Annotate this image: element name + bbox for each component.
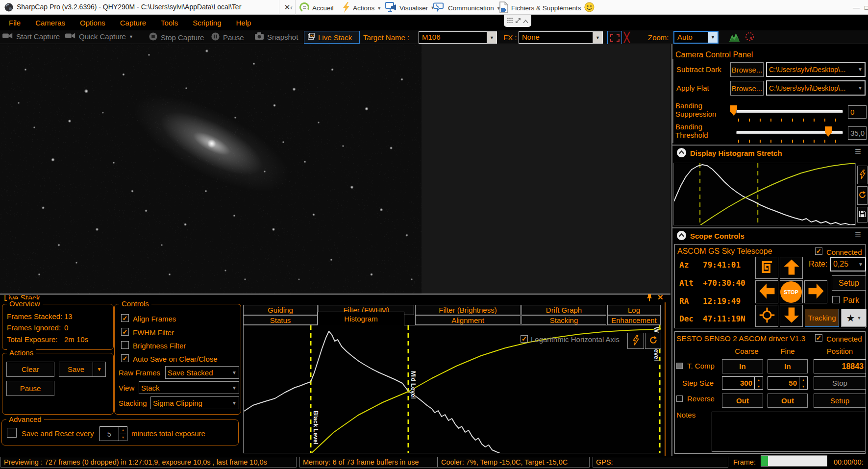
- tab-log[interactable]: Log: [607, 305, 661, 315]
- titlebar-close-button[interactable]: ✕: [279, 0, 296, 15]
- slew-down-button[interactable]: [780, 305, 803, 327]
- tab-alignment[interactable]: Alignment: [415, 315, 521, 325]
- fwhm-filter-checkbox[interactable]: [121, 328, 129, 336]
- quick-capture-button[interactable]: Quick Capture ▼: [65, 32, 133, 41]
- log-axis-checkbox[interactable]: [521, 335, 528, 343]
- focuser-setup-button[interactable]: Setup: [814, 394, 866, 408]
- spinner-down-icon[interactable]: ▼: [755, 383, 763, 389]
- auto-save-checkbox[interactable]: [121, 354, 129, 362]
- save-button[interactable]: Save: [59, 362, 93, 377]
- banding-suppression-value[interactable]: 0: [848, 105, 867, 119]
- spinner-down-icon[interactable]: ▼: [799, 383, 807, 389]
- tv-item-view[interactable]: Visualiser ▼: [385, 2, 435, 14]
- histogram-mountain-icon[interactable]: [729, 32, 740, 44]
- tv-back-icon[interactable]: ‹: [290, 3, 293, 11]
- slew-right-button[interactable]: [804, 280, 827, 303]
- menu-hamburger-icon[interactable]: ≡: [855, 147, 861, 156]
- reverse-checkbox[interactable]: [676, 395, 683, 402]
- coarse-in-button[interactable]: In: [722, 359, 763, 373]
- selection-area-button[interactable]: [607, 31, 622, 45]
- save-stretch-button[interactable]: [857, 207, 868, 222]
- fine-out-button[interactable]: Out: [768, 394, 808, 408]
- menu-cameras[interactable]: Cameras: [35, 19, 65, 27]
- smiley-icon[interactable]: [584, 2, 595, 14]
- tv-item-communication[interactable]: Communication ▼: [433, 2, 501, 14]
- tv-item-home[interactable]: Accueil: [299, 2, 334, 14]
- start-capture-button[interactable]: Start Capture: [2, 32, 60, 41]
- slew-up-button[interactable]: [780, 257, 803, 279]
- banding-threshold-value[interactable]: 35,0: [848, 126, 867, 140]
- collapse-section-icon[interactable]: [676, 230, 687, 243]
- save-reset-checkbox[interactable]: [7, 428, 17, 438]
- coarse-out-button[interactable]: Out: [722, 394, 763, 408]
- fx-combo[interactable]: None ▼: [519, 31, 603, 44]
- menu-file[interactable]: File: [9, 19, 21, 27]
- fine-step-spinner[interactable]: 50 ▲▼: [768, 376, 808, 390]
- tab-filter-brightness[interactable]: Filter (Brightness): [415, 305, 521, 315]
- spinner-up-icon[interactable]: ▲: [119, 427, 127, 434]
- save-dropdown-button[interactable]: ▼: [93, 362, 106, 377]
- clear-button[interactable]: Clear: [6, 362, 54, 377]
- notes-textarea[interactable]: [712, 412, 866, 452]
- collapse-section-icon[interactable]: [676, 148, 687, 160]
- histogram-reset-button[interactable]: [645, 333, 661, 349]
- focuser-stop-button[interactable]: Stop: [814, 376, 866, 390]
- tab-guiding[interactable]: Guiding: [243, 305, 318, 315]
- black-level-label[interactable]: Black Level: [312, 411, 319, 444]
- histogram-auto-stretch-button[interactable]: [627, 333, 644, 349]
- menu-capture[interactable]: Capture: [120, 19, 146, 27]
- goto-star-dropdown[interactable]: ★ ▼: [841, 309, 867, 327]
- tv-item-files[interactable]: Fichiers & Suppléments ▼: [499, 1, 588, 15]
- scope-setup-button[interactable]: Setup: [832, 275, 866, 291]
- spinner-down-icon[interactable]: ▼: [119, 434, 127, 441]
- target-name-combo[interactable]: M106 ▼: [419, 31, 497, 44]
- park-checkbox[interactable]: [832, 296, 840, 303]
- focuser-connected-checkbox[interactable]: [815, 334, 822, 342]
- tab-stacking[interactable]: Stacking: [521, 315, 606, 325]
- mid-level-label[interactable]: Mid Level: [410, 371, 417, 399]
- tv-grip-handle[interactable]: [504, 15, 531, 27]
- pause-button[interactable]: Pause: [211, 32, 244, 43]
- stacking-combo[interactable]: Sigma Clipping▼: [150, 396, 239, 409]
- tab-drift-graph[interactable]: Drift Graph: [521, 305, 606, 315]
- rate-combo[interactable]: 0,25▼: [830, 257, 866, 272]
- brightness-filter-checkbox[interactable]: [121, 341, 129, 349]
- live-stack-button[interactable]: Live Stack: [304, 31, 360, 44]
- zoom-combo[interactable]: Auto ▼: [673, 31, 719, 44]
- spinner-up-icon[interactable]: ▲: [799, 377, 807, 383]
- live-image-canvas[interactable]: [0, 44, 422, 294]
- align-frames-checkbox[interactable]: [121, 314, 129, 322]
- stop-capture-button[interactable]: Stop Capture: [149, 32, 204, 43]
- subtract-dark-path-combo[interactable]: C:\Users\sylvi\Desktop\...▼: [766, 62, 866, 77]
- banding-suppression-slider[interactable]: [736, 110, 843, 113]
- raw-frames-combo[interactable]: Save Stacked▼: [165, 366, 239, 379]
- menu-help[interactable]: Help: [236, 19, 251, 27]
- slew-left-button[interactable]: [755, 280, 778, 303]
- maximize-button[interactable]: □: [862, 2, 868, 13]
- menu-hamburger-icon[interactable]: ≡: [855, 229, 861, 239]
- tv-item-actions[interactable]: Actions ▼: [343, 2, 381, 14]
- menu-tools[interactable]: Tools: [161, 19, 178, 27]
- tab-status[interactable]: Status: [243, 315, 318, 325]
- view-combo[interactable]: Stack▼: [139, 381, 239, 394]
- display-stretch-chart[interactable]: [673, 163, 856, 225]
- pause-stack-button[interactable]: Pause: [6, 381, 54, 396]
- minutes-spinner[interactable]: 5 ▲▼: [99, 426, 127, 441]
- menu-scripting[interactable]: Scripting: [193, 19, 221, 27]
- snapshot-button[interactable]: Snapshot: [254, 32, 298, 42]
- zoom-reticle-icon[interactable]: [744, 31, 756, 45]
- chevron-down-icon[interactable]: ▼: [708, 32, 718, 43]
- apply-flat-browse-button[interactable]: Browse...: [730, 81, 764, 96]
- minimize-button[interactable]: —: [851, 2, 861, 13]
- scope-connected-checkbox[interactable]: [815, 247, 822, 255]
- live-stack-histogram-chart[interactable]: [243, 325, 661, 453]
- slew-spiral-button[interactable]: [755, 257, 778, 279]
- tab-enhancement[interactable]: Enhancement: [607, 315, 661, 325]
- auto-stretch-button[interactable]: [857, 166, 868, 184]
- slew-target-button[interactable]: [755, 305, 778, 327]
- subtract-dark-browse-button[interactable]: Browse...: [730, 62, 764, 77]
- coarse-step-spinner[interactable]: 300 ▲▼: [722, 376, 763, 390]
- tab-histogram[interactable]: Histogram: [318, 312, 404, 325]
- fine-in-button[interactable]: In: [768, 359, 808, 373]
- chevron-down-icon[interactable]: ▼: [593, 32, 602, 43]
